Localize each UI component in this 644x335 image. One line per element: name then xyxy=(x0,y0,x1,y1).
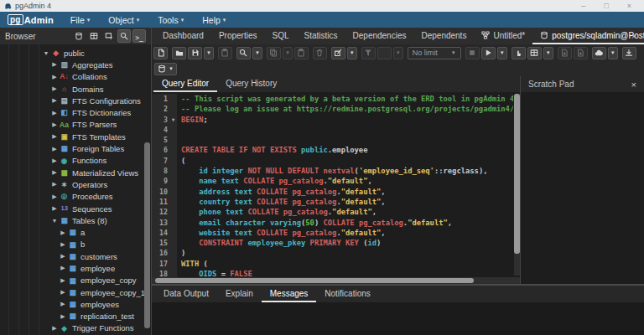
chevron-right-icon[interactable]: ▶ xyxy=(50,157,59,164)
add-database-button[interactable] xyxy=(72,29,86,43)
tab-dependents[interactable]: Dependents xyxy=(413,28,474,44)
close-window-button[interactable]: × xyxy=(627,3,631,10)
chevron-right-icon[interactable]: ▶ xyxy=(50,61,59,68)
chevron-right-icon[interactable]: ▶ xyxy=(59,229,67,236)
filter-options-button-dropdown[interactable]: ▼ xyxy=(393,47,403,59)
chevron-right-icon[interactable]: ▶ xyxy=(50,325,59,332)
chevron-right-icon[interactable]: ▶ xyxy=(50,181,59,188)
tab-data-output[interactable]: Data Output xyxy=(155,286,217,302)
connection-selector-button[interactable]: ▼ xyxy=(154,63,177,75)
tab-statistics[interactable]: Statistics xyxy=(297,28,345,44)
chevron-right-icon[interactable]: ▶ xyxy=(50,121,59,128)
copy-button-dropdown[interactable]: ▼ xyxy=(283,47,293,59)
chevron-right-icon[interactable]: ▶ xyxy=(59,265,67,271)
tree-item-b[interactable]: ▶▦b xyxy=(0,239,151,250)
tree-item-public[interactable]: ▼◆public xyxy=(0,47,151,59)
tab-notifications[interactable]: Notifications xyxy=(316,286,378,302)
paste-button[interactable] xyxy=(218,47,232,59)
tree-item-fts-dictionaries[interactable]: ▶◧FTS Dictionaries xyxy=(0,106,151,118)
query-tool-button[interactable]: >_ xyxy=(132,29,146,43)
commit-button[interactable] xyxy=(512,47,526,59)
download-button[interactable] xyxy=(622,47,636,59)
tree-item-operators[interactable]: ▶∗Operators xyxy=(0,178,151,190)
chevron-right-icon[interactable]: ▶ xyxy=(50,146,59,152)
tab-query-history[interactable]: Query History xyxy=(217,76,285,92)
row-limit-select[interactable]: No limit▼ xyxy=(408,47,461,59)
tree-item-employee-copy[interactable]: ▶▦employee_copy xyxy=(0,275,151,286)
minimize-button[interactable]: – xyxy=(581,3,585,10)
maximize-button[interactable]: □ xyxy=(604,3,608,10)
tab-query-editor[interactable]: Query Editor xyxy=(153,76,217,92)
tab-sql[interactable]: SQL xyxy=(265,28,297,44)
chevron-down-icon[interactable]: ▼ xyxy=(50,218,59,224)
delete-button[interactable] xyxy=(313,47,327,59)
tree-item-employee[interactable]: ▶▦employee xyxy=(0,262,151,274)
chevron-right-icon[interactable]: ▶ xyxy=(59,313,67,320)
tree-item-functions[interactable]: ▶◉Functions xyxy=(0,155,151,167)
editor-horizontal-scrollbar[interactable] xyxy=(152,277,520,284)
tree-item-fts-configurations[interactable]: ▶▤FTS Configurations xyxy=(0,95,151,106)
chevron-right-icon[interactable]: ▶ xyxy=(59,241,67,248)
filter-button[interactable] xyxy=(361,47,376,59)
save-button[interactable] xyxy=(188,47,202,59)
fold-marker-icon[interactable]: ▼ xyxy=(169,115,177,125)
chevron-right-icon[interactable]: ▶ xyxy=(59,289,67,296)
chevron-right-icon[interactable]: ▶ xyxy=(59,253,67,260)
chevron-right-icon[interactable]: ▶ xyxy=(50,205,59,212)
tree-item-foreign-tables[interactable]: ▶▦Foreign Tables xyxy=(0,142,151,154)
menu-tools[interactable]: Tools▾ xyxy=(158,15,184,25)
sidebar-scrollbar[interactable] xyxy=(144,142,150,328)
tab-dashboard[interactable]: Dashboard xyxy=(155,28,211,44)
view-data-button[interactable] xyxy=(87,29,101,43)
tree-item-sequences[interactable]: ▶1.3Sequences xyxy=(0,203,151,214)
copy-button[interactable] xyxy=(267,47,281,59)
chevron-right-icon[interactable]: ▶ xyxy=(59,301,67,307)
tree-item-replication-test[interactable]: ▶▦replication_test xyxy=(0,311,151,322)
edit-button[interactable] xyxy=(331,47,345,59)
menu-help[interactable]: Help▾ xyxy=(202,15,226,25)
paste-rows-button[interactable] xyxy=(294,47,309,59)
explain-button-dropdown[interactable]: ▼ xyxy=(543,47,553,59)
sql-editor[interactable]: 1-- This script was generated by a beta … xyxy=(152,92,520,284)
tab-messages[interactable]: Messages xyxy=(262,286,317,302)
chevron-right-icon[interactable]: ▶ xyxy=(50,169,59,176)
chevron-right-icon[interactable]: ▶ xyxy=(50,85,59,92)
save-button-dropdown[interactable]: ▼ xyxy=(204,47,214,59)
chevron-down-icon[interactable]: ▼ xyxy=(42,50,50,56)
close-tab-icon[interactable]: × xyxy=(624,28,644,44)
tree-item-fts-parsers[interactable]: ▶AaFTS Parsers xyxy=(0,119,151,131)
tab-explain[interactable]: Explain xyxy=(217,286,262,302)
tab-properties[interactable]: Properties xyxy=(211,28,265,44)
cancel-query-button[interactable] xyxy=(465,47,480,59)
chevron-right-icon[interactable]: ▶ xyxy=(50,74,59,80)
tree-item-employees[interactable]: ▶▦employees xyxy=(0,298,151,310)
tree-item-collations[interactable]: ▶A↓Collations xyxy=(0,71,151,83)
chevron-right-icon[interactable]: ▶ xyxy=(50,133,59,140)
execute-button[interactable] xyxy=(481,47,496,59)
tree-item-procedures[interactable]: ▶◎Procedures xyxy=(0,191,151,203)
macro-button-dropdown[interactable]: ▼ xyxy=(608,47,618,59)
chevron-right-icon[interactable]: ▶ xyxy=(59,277,67,284)
tree-item-fts-templates[interactable]: ▶▣FTS Templates xyxy=(0,131,151,142)
chevron-right-icon[interactable]: ▶ xyxy=(50,110,59,116)
menu-object[interactable]: Object▾ xyxy=(108,15,139,25)
find-button-dropdown[interactable]: ▼ xyxy=(252,47,262,59)
filtered-rows-button[interactable] xyxy=(102,29,116,43)
tree-item-a[interactable]: ▶▦a xyxy=(0,226,151,238)
tree-item-tables-8[interactable]: ▼▦Tables (8) xyxy=(0,214,151,226)
tab-dependencies[interactable]: Dependencies xyxy=(345,28,414,44)
save-results-button[interactable] xyxy=(558,47,572,59)
chevron-right-icon[interactable]: ▶ xyxy=(50,97,59,104)
tree-item-trigger-functions[interactable]: ▶◈Trigger Functions xyxy=(0,322,151,334)
edit-button-dropdown[interactable]: ▼ xyxy=(347,47,357,59)
filter-options-button[interactable] xyxy=(377,47,392,59)
menu-file[interactable]: File▾ xyxy=(70,15,90,25)
editor-vertical-scrollbar[interactable] xyxy=(514,94,520,276)
chevron-right-icon[interactable]: ▶ xyxy=(50,193,59,200)
new-file-button[interactable] xyxy=(153,47,168,59)
macro-button[interactable] xyxy=(592,47,606,59)
tree-item-domains[interactable]: ▶⌂Domains xyxy=(0,83,151,95)
tree-item-aggregates[interactable]: ▶▥Aggregates xyxy=(0,59,151,70)
tab-untitled[interactable]: Untitled* xyxy=(474,28,532,44)
tree-item-customers[interactable]: ▶▦customers xyxy=(0,250,151,262)
